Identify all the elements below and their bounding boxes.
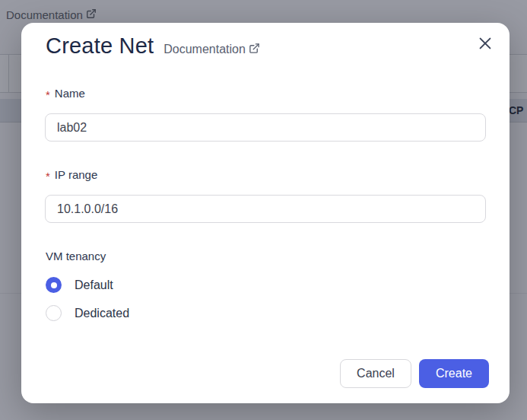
radio-default-label: Default <box>75 278 113 292</box>
name-label-text: Name <box>55 87 85 100</box>
ip-range-input[interactable] <box>45 195 486 223</box>
name-field-label: * Name <box>46 87 85 100</box>
radio-option-default[interactable]: Default <box>46 277 113 293</box>
required-mark: * <box>46 88 50 101</box>
dialog-documentation-link[interactable]: Documentation <box>163 43 260 57</box>
dialog-header: Create Net Documentation <box>46 33 260 59</box>
close-icon <box>477 35 494 54</box>
vm-tenancy-label-text: VM tenancy <box>46 250 106 262</box>
dialog-documentation-label: Documentation <box>163 43 246 56</box>
radio-unselected-icon <box>46 305 62 321</box>
create-button[interactable]: Create <box>419 359 489 388</box>
create-net-dialog: Create Net Documentation * Name * <box>21 23 510 403</box>
required-mark: * <box>46 170 50 183</box>
radio-selected-icon <box>46 277 62 293</box>
radio-dot <box>51 282 57 288</box>
ip-range-field-label: * IP range <box>46 168 97 181</box>
radio-option-dedicated[interactable]: Dedicated <box>46 305 129 321</box>
dialog-title: Create Net <box>46 33 154 59</box>
ip-range-label-text: IP range <box>55 168 97 181</box>
close-button[interactable] <box>475 33 496 55</box>
cancel-button[interactable]: Cancel <box>340 359 411 388</box>
dialog-footer: Cancel Create <box>340 359 489 388</box>
name-input[interactable] <box>45 113 486 142</box>
radio-dedicated-label: Dedicated <box>75 307 129 320</box>
external-link-icon <box>249 43 260 57</box>
vm-tenancy-label: VM tenancy <box>46 250 106 262</box>
